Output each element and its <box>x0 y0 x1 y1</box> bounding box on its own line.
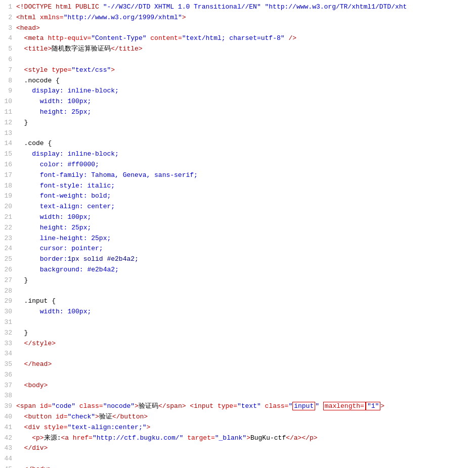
line-number: 32 <box>0 328 16 339</box>
code-line: 24 cursor: pointer; <box>0 244 476 254</box>
code-line: 29 .input { <box>0 296 476 307</box>
line-number: 37 <box>0 381 16 391</box>
line-number: 43 <box>0 443 16 454</box>
line-content: .nocode { <box>16 76 476 86</box>
line-number: 27 <box>0 275 16 286</box>
line-number: 21 <box>0 212 16 223</box>
line-number: 22 <box>0 223 16 233</box>
line-content: display: inline-block; <box>16 86 476 97</box>
code-editor: 1<!DOCTYPE html PUBLIC "-//W3C//DTD XHTM… <box>0 0 476 468</box>
line-content: color: #ff0000; <box>16 160 476 170</box>
line-content: <p>来源:<a href="http://ctf.bugku.com/" ta… <box>16 433 476 444</box>
line-content: <!DOCTYPE html PUBLIC "-//W3C//DTD XHTML… <box>16 2 476 13</box>
code-line: 39<span id="code" class="nocode">验证码</sp… <box>0 401 476 412</box>
line-number: 14 <box>0 138 16 149</box>
code-line: 1<!DOCTYPE html PUBLIC "-//W3C//DTD XHTM… <box>0 2 476 13</box>
code-line: 32 } <box>0 328 476 339</box>
line-content: font-family: Tahoma, Geneva, sans-serif; <box>16 170 476 181</box>
line-number: 29 <box>0 296 16 307</box>
code-line: 40 <button id="check">验证</button> <box>0 412 476 423</box>
line-content: background: #e2b4a2; <box>16 265 476 275</box>
line-number: 24 <box>0 244 16 254</box>
line-number: 30 <box>0 307 16 317</box>
code-line: 31 <box>0 317 476 328</box>
line-number: 19 <box>0 191 16 202</box>
line-number: 7 <box>0 65 16 76</box>
line-number: 13 <box>0 128 16 139</box>
line-content: line-height: 25px; <box>16 233 476 244</box>
code-line: 17 font-family: Tahoma, Geneva, sans-ser… <box>0 170 476 181</box>
line-content: </head> <box>16 359 476 370</box>
line-number: 2 <box>0 13 16 23</box>
line-content: height: 25px; <box>16 223 476 233</box>
line-content: text-align: center; <box>16 202 476 212</box>
code-line: 23 line-height: 25px; <box>0 233 476 244</box>
line-number: 33 <box>0 339 16 349</box>
line-content: <body> <box>16 381 476 391</box>
line-content: </div> <box>16 443 476 454</box>
code-line: 9 display: inline-block; <box>0 86 476 97</box>
code-line: 8 .nocode { <box>0 76 476 86</box>
code-line: 2<html xmlns="http://www.w3.org/1999/xht… <box>0 13 476 23</box>
code-line: 5 <title>随机数字运算验证码</title> <box>0 44 476 55</box>
line-number: 18 <box>0 181 16 192</box>
code-line: 13 <box>0 128 476 139</box>
line-content: } <box>16 328 476 339</box>
line-content: .code { <box>16 138 476 149</box>
line-number: 35 <box>0 359 16 370</box>
line-number: 10 <box>0 97 16 107</box>
code-line: 33 </style> <box>0 339 476 349</box>
code-line: 35 </head> <box>0 359 476 370</box>
line-content: } <box>16 118 476 128</box>
line-content: cursor: pointer; <box>16 244 476 254</box>
line-number: 34 <box>0 349 16 359</box>
line-number: 44 <box>0 454 16 464</box>
line-content: } <box>16 275 476 286</box>
code-line: 25 border:1px solid #e2b4a2; <box>0 254 476 265</box>
line-content: width: 100px; <box>16 97 476 107</box>
line-number: 15 <box>0 149 16 160</box>
code-line: 27 } <box>0 275 476 286</box>
line-number: 40 <box>0 412 16 423</box>
line-number: 3 <box>0 23 16 34</box>
code-line: 34 <box>0 349 476 359</box>
code-line: 44 <box>0 454 476 464</box>
line-content: <head> <box>16 23 476 34</box>
line-number: 36 <box>0 370 16 381</box>
line-content: <span id="code" class="nocode">验证码</span… <box>16 401 476 412</box>
line-content: <div style="text-align:center;"> <box>16 423 476 433</box>
code-line: 18 font-style: italic; <box>0 181 476 192</box>
code-line: 22 height: 25px; <box>0 223 476 233</box>
code-line: 7 <style type="text/css"> <box>0 65 476 76</box>
line-content: <html xmlns="http://www.w3.org/1999/xhtm… <box>16 13 476 23</box>
line-content: width: 100px; <box>16 307 476 317</box>
code-line: 28 <box>0 286 476 297</box>
line-content: <button id="check">验证</button> <box>16 412 476 423</box>
code-line: 45 </body> <box>0 464 476 468</box>
line-number: 25 <box>0 254 16 265</box>
line-number: 45 <box>0 464 16 468</box>
code-line: 21 width: 100px; <box>0 212 476 223</box>
line-number: 8 <box>0 76 16 86</box>
code-line: 14 .code { <box>0 138 476 149</box>
code-line: 37 <body> <box>0 381 476 391</box>
code-line: 20 text-align: center; <box>0 202 476 212</box>
code-line: 42 <p>来源:<a href="http://ctf.bugku.com/"… <box>0 433 476 444</box>
line-number: 42 <box>0 433 16 444</box>
line-number: 11 <box>0 107 16 118</box>
line-number: 5 <box>0 44 16 55</box>
line-number: 4 <box>0 33 16 44</box>
line-content: </body> <box>16 464 476 468</box>
line-content: <meta http-equiv="Content-Type" content=… <box>16 33 476 44</box>
line-content: border:1px solid #e2b4a2; <box>16 254 476 265</box>
line-content: .input { <box>16 296 476 307</box>
line-number: 28 <box>0 286 16 297</box>
code-line: 36 <box>0 370 476 381</box>
line-number: 17 <box>0 170 16 181</box>
line-number: 41 <box>0 423 16 433</box>
line-content: </style> <box>16 339 476 349</box>
line-content: font-style: italic; <box>16 181 476 192</box>
line-number: 1 <box>0 2 16 13</box>
line-number: 12 <box>0 118 16 128</box>
line-content: display: inline-block; <box>16 149 476 160</box>
